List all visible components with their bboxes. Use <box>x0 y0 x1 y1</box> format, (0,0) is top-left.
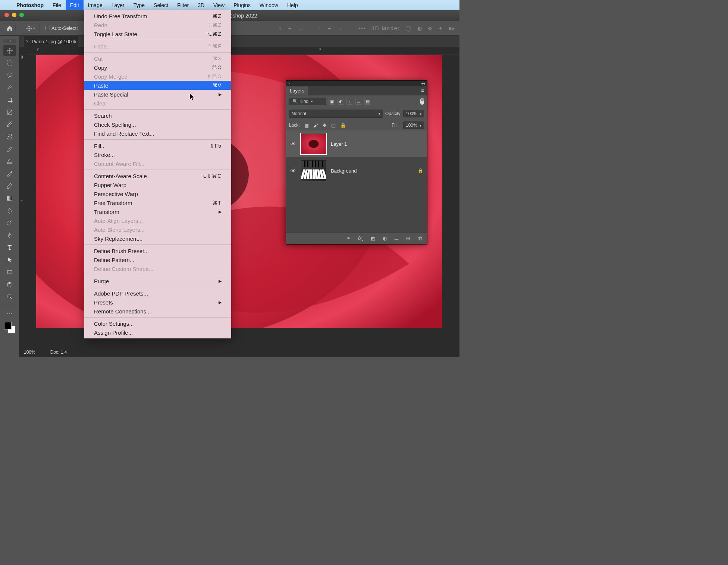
filter-type-icon[interactable]: T <box>346 98 353 105</box>
close-icon[interactable]: × <box>26 39 29 44</box>
blend-mode-dropdown[interactable]: Normal▾ <box>289 110 383 118</box>
align-right-icon[interactable]: ⫠ <box>298 25 304 31</box>
link-layers-icon[interactable]: ⚭ <box>346 236 351 241</box>
filter-adjust-icon[interactable]: ◐ <box>338 98 344 105</box>
panel-collapse-bar[interactable]: ×◂◂ <box>286 81 427 86</box>
crop-tool[interactable] <box>3 94 16 105</box>
zoom-level[interactable]: 100% <box>24 350 35 355</box>
menu-type[interactable]: Type <box>129 0 149 10</box>
3d-camera-icon[interactable]: ■▸ <box>449 25 456 31</box>
menu-item-find-and-replace-text[interactable]: Find and Replace Text... <box>84 129 231 138</box>
gradient-tool[interactable] <box>3 193 16 203</box>
filter-smart-icon[interactable]: ▤ <box>364 98 371 105</box>
menu-item-color-settings[interactable]: Color Settings... <box>84 319 231 328</box>
menu-view[interactable]: View <box>209 0 229 10</box>
ruler-vertical[interactable]: 0 1 <box>19 54 28 348</box>
menu-item-copy[interactable]: Copy⌘C <box>84 63 231 72</box>
more-options-icon[interactable]: ••• <box>358 25 366 31</box>
toolstrip-collapse-icon[interactable]: ◂▸ <box>3 39 16 43</box>
hand-tool[interactable] <box>3 279 16 290</box>
close-icon[interactable]: × <box>288 81 291 85</box>
layer-thumbnail[interactable] <box>301 133 326 154</box>
document-tab-piano[interactable]: × Piano 1.jpg @ 100% <box>24 36 78 47</box>
menu-item-check-spelling[interactable]: Check Spelling... <box>84 120 231 129</box>
align-center-v-icon[interactable]: ⫟ <box>327 25 333 31</box>
menu-item-puppet-warp[interactable]: Puppet Warp <box>84 180 231 189</box>
layer-fx-icon[interactable]: fx▾ <box>358 235 363 242</box>
menu-item-purge[interactable]: Purge▶ <box>84 277 231 285</box>
align-center-h-icon[interactable]: ⫟ <box>287 25 293 31</box>
collapse-arrows-icon[interactable]: ◂◂ <box>421 81 425 85</box>
align-top-icon[interactable]: ⫞ <box>318 25 322 31</box>
layer-mask-icon[interactable]: ◩ <box>371 236 375 241</box>
window-minimize-button[interactable] <box>12 13 16 17</box>
menu-item-sky-replacement[interactable]: Sky Replacement... <box>84 234 231 243</box>
group-layers-icon[interactable]: ▭ <box>394 236 399 241</box>
menu-item-free-transform[interactable]: Free Transform⌘T <box>84 198 231 207</box>
history-brush-tool[interactable] <box>3 168 16 179</box>
menu-item-perspective-warp[interactable]: Perspective Warp <box>84 189 231 198</box>
layer-thumbnail[interactable] <box>301 160 326 181</box>
path-selection-tool[interactable] <box>3 254 16 265</box>
menu-item-search[interactable]: Search <box>84 111 231 120</box>
menu-item-remote-connections[interactable]: Remote Connections... <box>84 307 231 316</box>
menu-item-paste-special[interactable]: Paste Special▶ <box>84 90 231 99</box>
rectangle-tool[interactable] <box>3 266 16 277</box>
menu-item-define-pattern[interactable]: Define Pattern... <box>84 255 231 264</box>
lock-position-icon[interactable]: ✥ <box>323 123 327 128</box>
frame-tool[interactable] <box>3 107 16 117</box>
window-zoom-button[interactable] <box>19 13 24 17</box>
fill-value[interactable]: 100% ▾ <box>403 121 424 129</box>
quick-selection-tool[interactable] <box>3 82 16 93</box>
menu-edit[interactable]: Edit <box>66 0 84 10</box>
eyedropper-tool[interactable] <box>3 119 16 130</box>
layer-name[interactable]: Layer 1 <box>331 141 423 147</box>
menu-item-transform[interactable]: Transform▶ <box>84 207 231 216</box>
menu-plugins[interactable]: Plugins <box>229 0 255 10</box>
dodge-tool[interactable] <box>3 217 16 228</box>
home-button[interactable] <box>4 23 16 34</box>
menu-item-define-brush-preset[interactable]: Define Brush Preset... <box>84 246 231 255</box>
lasso-tool[interactable] <box>3 70 16 81</box>
foreground-color-swatch[interactable] <box>4 322 12 329</box>
zoom-tool[interactable] <box>3 291 16 302</box>
auto-select-checkbox[interactable]: Auto-Select: <box>46 25 78 31</box>
layer-item[interactable]: 👁 Background 🔒 <box>286 157 427 184</box>
clone-stamp-tool[interactable] <box>3 156 16 167</box>
marquee-tool[interactable] <box>3 57 16 68</box>
layer-name[interactable]: Background <box>331 168 413 174</box>
filter-shape-icon[interactable]: ▱ <box>355 98 362 105</box>
delete-layer-icon[interactable]: 🗑 <box>418 236 423 241</box>
menu-window[interactable]: Window <box>255 0 283 10</box>
color-swatches[interactable] <box>4 322 15 333</box>
align-left-icon[interactable]: ⫞ <box>279 25 282 31</box>
eraser-tool[interactable] <box>3 180 16 191</box>
menu-item-stroke[interactable]: Stroke... <box>84 150 231 159</box>
window-close-button[interactable] <box>4 13 9 17</box>
type-tool[interactable] <box>3 242 16 253</box>
healing-brush-tool[interactable] <box>3 131 16 142</box>
move-tool[interactable] <box>3 45 16 56</box>
menu-3d[interactable]: 3D <box>193 0 209 10</box>
3d-orbit-icon[interactable]: ◯ <box>405 25 412 31</box>
lock-transparency-icon[interactable]: ▩ <box>304 123 309 128</box>
menu-item-fill[interactable]: Fill...⇧F5 <box>84 141 231 150</box>
menu-item-paste[interactable]: Paste⌘V <box>84 81 231 90</box>
visibility-eye-icon[interactable]: 👁 <box>290 141 296 147</box>
visibility-eye-icon[interactable]: 👁 <box>290 168 296 174</box>
filter-pixel-icon[interactable]: ▣ <box>329 98 335 105</box>
lock-artboard-icon[interactable]: ▢ <box>331 123 336 128</box>
menu-select[interactable]: Select <box>149 0 173 10</box>
blur-tool[interactable] <box>3 205 16 216</box>
panel-menu-icon[interactable]: ≡ <box>421 88 424 94</box>
3d-pan-icon[interactable]: ✥ <box>428 25 433 31</box>
layer-filter-kind[interactable]: 🔍Kind▾ <box>289 98 326 105</box>
layer-item[interactable]: 👁 Layer 1 <box>286 130 427 157</box>
menu-file[interactable]: File <box>48 0 66 10</box>
layers-tab[interactable]: Layers <box>286 86 308 95</box>
pen-tool[interactable] <box>3 230 16 240</box>
menu-item-content-aware-scale[interactable]: Content-Aware Scale⌥⇧⌘C <box>84 171 231 180</box>
menu-layer[interactable]: Layer <box>107 0 129 10</box>
edit-toolbar-icon[interactable]: ⋯ <box>3 308 16 319</box>
align-bottom-icon[interactable]: ⫠ <box>338 25 344 31</box>
